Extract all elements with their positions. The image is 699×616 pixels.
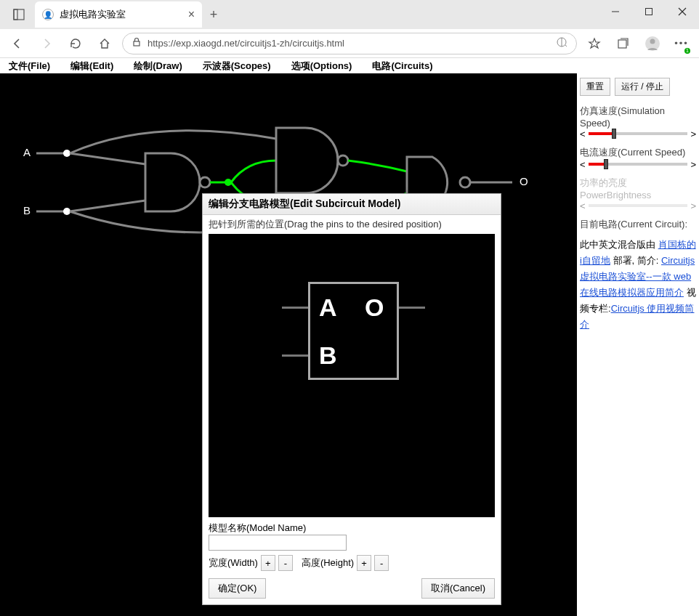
svg-point-20 xyxy=(460,177,470,187)
cancel-button[interactable]: 取消(Cancel) xyxy=(421,578,495,599)
input-label-a: A xyxy=(23,146,31,158)
width-minus-button[interactable]: - xyxy=(278,555,293,571)
panel-description: 此中英文混合版由 肖国栋的i自留地 部署, 简介: Circuitjs 虚拟电路… xyxy=(580,237,696,333)
more-button[interactable]: ••• 1 xyxy=(670,32,693,55)
chevron-left-icon[interactable]: < xyxy=(580,159,586,170)
svg-line-15 xyxy=(70,200,145,211)
chevron-right-icon: > xyxy=(690,200,696,211)
circuit-canvas[interactable]: A B O 编辑分支电路模型(Edit Subcircuit Model) 把针… xyxy=(0,73,577,616)
menu-circuits[interactable]: 电路(Circuits) xyxy=(372,60,432,73)
subcircuit-preview[interactable]: A B O xyxy=(209,234,495,517)
browser-tab[interactable]: 👤 虚拟电路实验室 × xyxy=(35,1,202,28)
app-menubar: 文件(File) 编辑(Edit) 绘制(Draw) 示波器(Scopes) 选… xyxy=(0,58,699,73)
svg-rect-3 xyxy=(646,9,652,15)
sim-speed-label: 仿真速度(Simulation Speed) xyxy=(580,105,696,129)
chevron-left-icon[interactable]: < xyxy=(580,129,586,139)
svg-point-11 xyxy=(63,150,70,157)
model-name-label: 模型名称(Model Name) xyxy=(209,522,495,535)
svg-point-19 xyxy=(338,155,348,166)
svg-rect-6 xyxy=(134,41,140,46)
sim-speed-slider[interactable]: < > xyxy=(580,129,696,139)
right-panel: 重置 运行 / 停止 仿真速度(Simulation Speed) < > 电流… xyxy=(577,73,699,616)
width-label: 宽度(Width) xyxy=(209,556,258,570)
close-tab-icon[interactable]: × xyxy=(188,8,195,21)
height-plus-button[interactable]: + xyxy=(357,555,371,571)
svg-rect-1 xyxy=(14,9,17,20)
dialog-hint: 把针到所需的位置(Drag the pins to the desired po… xyxy=(203,215,501,234)
height-label: 高度(Height) xyxy=(302,556,354,570)
height-minus-button[interactable]: - xyxy=(374,555,389,571)
current-circuit-label: 目前电路(Current Circuit): xyxy=(580,218,696,231)
profile-button[interactable] xyxy=(641,32,664,55)
forward-button[interactable] xyxy=(35,32,58,55)
back-button[interactable] xyxy=(6,32,29,55)
collections-button[interactable] xyxy=(612,32,635,55)
chevron-left-icon: < xyxy=(580,200,586,211)
menu-scopes[interactable]: 示波器(Scopes) xyxy=(203,60,271,73)
width-plus-button[interactable]: + xyxy=(261,555,275,571)
maximize-button[interactable] xyxy=(632,0,666,23)
svg-rect-7 xyxy=(618,40,626,48)
refresh-button[interactable] xyxy=(64,32,87,55)
new-tab-button[interactable]: + xyxy=(202,3,225,26)
menu-file[interactable]: 文件(File) xyxy=(9,60,50,73)
minimize-button[interactable] xyxy=(599,0,632,23)
reset-button[interactable]: 重置 xyxy=(580,78,610,96)
url-text: https://exp.xiaogd.net/circuitjs1-zh/cir… xyxy=(148,38,550,49)
lock-icon xyxy=(132,37,142,49)
svg-rect-0 xyxy=(14,9,24,20)
edit-subcircuit-dialog: 编辑分支电路模型(Edit Subcircuit Model) 把针到所需的位置… xyxy=(202,193,501,605)
run-stop-button[interactable]: 运行 / 停止 xyxy=(615,78,670,96)
favorites-button[interactable] xyxy=(583,32,606,55)
svg-point-14 xyxy=(63,208,70,215)
svg-line-12 xyxy=(70,153,145,164)
favicon-icon: 👤 xyxy=(42,9,54,20)
home-button[interactable] xyxy=(93,32,116,55)
power-brightness-label: 功率的亮度PowerBrightness xyxy=(580,177,696,200)
model-name-input[interactable] xyxy=(209,535,347,551)
chevron-right-icon[interactable]: > xyxy=(690,159,696,170)
reader-icon[interactable] xyxy=(556,36,567,50)
svg-point-9 xyxy=(650,38,655,44)
input-label-b: B xyxy=(23,204,31,216)
menu-edit[interactable]: 编辑(Edit) xyxy=(70,60,113,73)
chevron-right-icon[interactable]: > xyxy=(690,129,696,139)
pin-label-b[interactable]: B xyxy=(319,341,337,370)
menu-draw[interactable]: 绘制(Draw) xyxy=(134,60,182,73)
tab-actions-icon[interactable] xyxy=(6,3,32,26)
current-speed-slider[interactable]: < > xyxy=(580,159,696,169)
ok-button[interactable]: 确定(OK) xyxy=(209,578,266,599)
dialog-title: 编辑分支电路模型(Edit Subcircuit Model) xyxy=(203,194,501,215)
power-brightness-slider: < > xyxy=(580,200,696,211)
tab-title: 虚拟电路实验室 xyxy=(60,8,182,21)
current-speed-label: 电流速度(Current Speed) xyxy=(580,146,696,159)
menu-options[interactable]: 选项(Options) xyxy=(291,60,352,73)
pin-label-o[interactable]: O xyxy=(365,293,384,322)
pin-label-a[interactable]: A xyxy=(319,293,337,322)
output-label-o: O xyxy=(520,175,528,187)
close-window-button[interactable] xyxy=(666,0,699,23)
svg-point-16 xyxy=(200,177,210,187)
address-bar[interactable]: https://exp.xiaogd.net/circuitjs1-zh/cir… xyxy=(122,33,577,54)
svg-point-18 xyxy=(225,179,232,186)
